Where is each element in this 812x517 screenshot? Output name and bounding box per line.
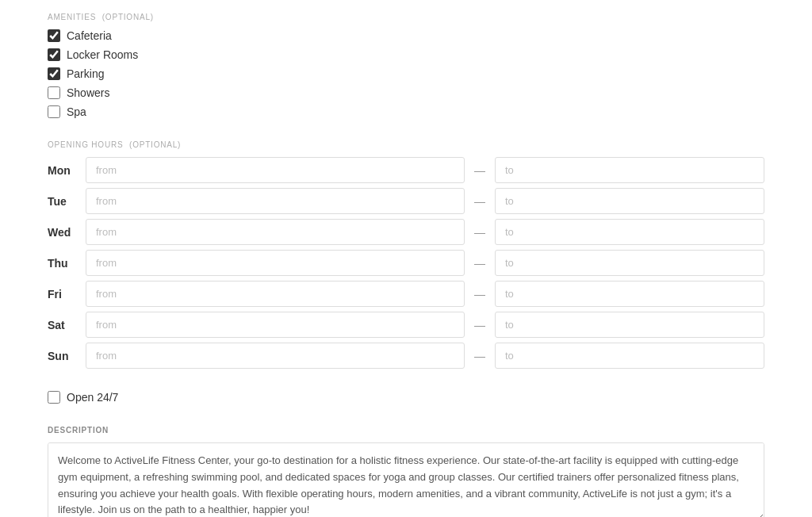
- open-247-label[interactable]: Open 24/7: [67, 391, 118, 404]
- amenity-checkbox-cafeteria[interactable]: [48, 29, 60, 42]
- dash-mon: —: [471, 164, 488, 177]
- amenity-checkbox-showers[interactable]: [48, 86, 60, 99]
- opening-hours-label: OPENING HOURS (OPTIONAL): [48, 140, 764, 149]
- from-input-mon[interactable]: [86, 157, 465, 183]
- dash-fri: —: [471, 288, 488, 301]
- amenities-title: AMENITIES: [48, 13, 96, 21]
- to-input-sat[interactable]: [495, 312, 764, 338]
- amenity-item-spa: Spa: [48, 105, 764, 118]
- from-input-sat[interactable]: [86, 312, 465, 338]
- amenity-label-locker_rooms[interactable]: Locker Rooms: [67, 48, 138, 61]
- amenity-checkbox-parking[interactable]: [48, 67, 60, 80]
- dash-tue: —: [471, 195, 488, 208]
- to-input-wed[interactable]: [495, 219, 764, 245]
- to-input-thu[interactable]: [495, 250, 764, 276]
- day-label-mon: Mon: [48, 164, 79, 177]
- amenity-checkbox-locker_rooms[interactable]: [48, 48, 60, 61]
- dash-wed: —: [471, 226, 488, 239]
- day-label-fri: Fri: [48, 288, 79, 301]
- opening-hours-section: OPENING HOURS (OPTIONAL) Mon—Tue—Wed—Thu…: [48, 140, 764, 369]
- from-input-thu[interactable]: [86, 250, 465, 276]
- day-label-sat: Sat: [48, 319, 79, 331]
- amenities-label: AMENITIES (OPTIONAL): [48, 13, 764, 21]
- hours-row-fri: Fri—: [48, 281, 764, 307]
- to-input-sun[interactable]: [495, 343, 764, 369]
- to-input-mon[interactable]: [495, 157, 764, 183]
- hours-rows: Mon—Tue—Wed—Thu—Fri—Sat—Sun—: [48, 157, 764, 369]
- from-input-tue[interactable]: [86, 188, 465, 214]
- amenity-checkbox-spa[interactable]: [48, 105, 60, 118]
- from-input-wed[interactable]: [86, 219, 465, 245]
- amenity-item-showers: Showers: [48, 86, 764, 99]
- from-input-sun[interactable]: [86, 343, 465, 369]
- amenity-item-locker_rooms: Locker Rooms: [48, 48, 764, 61]
- day-label-thu: Thu: [48, 257, 79, 270]
- dash-sun: —: [471, 350, 488, 362]
- amenity-label-showers[interactable]: Showers: [67, 86, 109, 99]
- amenity-item-cafeteria: Cafeteria: [48, 29, 764, 42]
- dash-thu: —: [471, 257, 488, 270]
- description-textarea[interactable]: [48, 442, 764, 517]
- amenity-label-parking[interactable]: Parking: [67, 67, 104, 80]
- from-input-fri[interactable]: [86, 281, 465, 307]
- open-247-checkbox[interactable]: [48, 391, 60, 404]
- hours-row-mon: Mon—: [48, 157, 764, 183]
- amenity-label-spa[interactable]: Spa: [67, 105, 86, 118]
- amenities-optional: (OPTIONAL): [102, 13, 154, 21]
- day-label-sun: Sun: [48, 350, 79, 362]
- amenity-label-cafeteria[interactable]: Cafeteria: [67, 29, 112, 42]
- to-input-tue[interactable]: [495, 188, 764, 214]
- hours-row-wed: Wed—: [48, 219, 764, 245]
- hours-row-thu: Thu—: [48, 250, 764, 276]
- day-label-wed: Wed: [48, 226, 79, 239]
- hours-row-tue: Tue—: [48, 188, 764, 214]
- open-247-row: Open 24/7: [48, 391, 764, 404]
- amenity-item-parking: Parking: [48, 67, 764, 80]
- day-label-tue: Tue: [48, 195, 79, 208]
- amenities-section: AMENITIES (OPTIONAL) CafeteriaLocker Roo…: [48, 13, 764, 118]
- dash-sat: —: [471, 319, 488, 331]
- description-section: DESCRIPTION: [48, 426, 764, 517]
- description-label: DESCRIPTION: [48, 426, 764, 435]
- amenities-checkboxes: CafeteriaLocker RoomsParkingShowersSpa: [48, 29, 764, 118]
- hours-row-sat: Sat—: [48, 312, 764, 338]
- hours-row-sun: Sun—: [48, 343, 764, 369]
- opening-hours-title: OPENING HOURS: [48, 140, 123, 149]
- to-input-fri[interactable]: [495, 281, 764, 307]
- opening-hours-optional: (OPTIONAL): [129, 140, 181, 149]
